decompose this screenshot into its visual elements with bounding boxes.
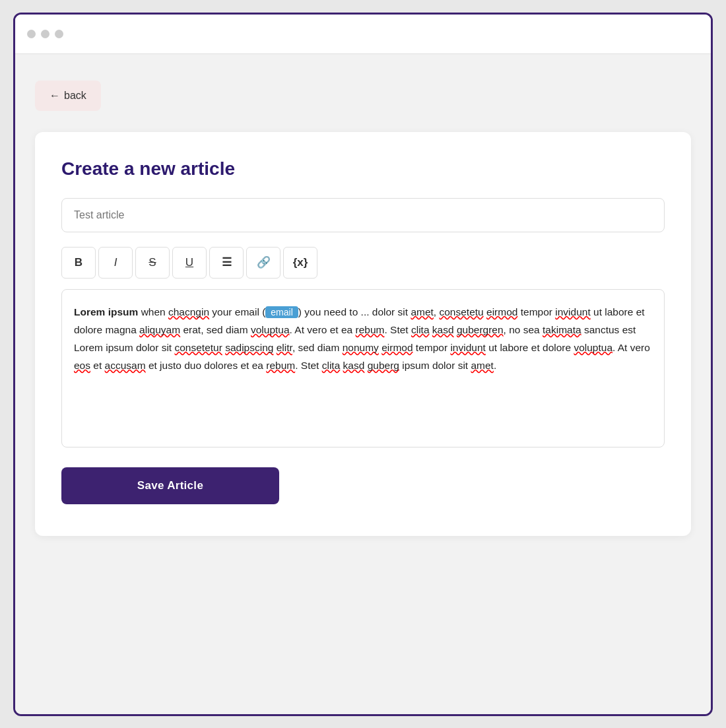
editor-content: Lorem ipsum when chacngin your email (em… [74,303,652,375]
back-button[interactable]: ← back [35,81,101,111]
underline-button[interactable]: U [172,247,207,279]
variable-button[interactable]: {x} [283,247,317,279]
article-card: Create a new article B I S U ☰ [35,132,691,536]
article-editor[interactable]: Lorem ipsum when chacngin your email (em… [61,289,665,447]
bold-text: Lorem ipsum [74,306,138,317]
back-button-label: back [64,90,86,102]
link-button[interactable]: 🔗 [246,247,280,279]
browser-titlebar [15,15,711,54]
save-article-button[interactable]: Save Article [61,467,279,504]
email-tag: email [265,306,298,318]
browser-content: ← back Create a new article B I S U [15,54,711,714]
editor-text-before-email: when chacngin your email (email) you nee… [74,306,650,371]
page-title: Create a new article [61,158,665,180]
browser-dot-green [55,30,63,38]
browser-dot-red [27,30,36,38]
italic-button[interactable]: I [98,247,133,279]
editor-toolbar: B I S U ☰ 🔗 {x} [61,247,665,279]
list-button[interactable]: ☰ [209,247,244,279]
bold-button[interactable]: B [61,247,96,279]
article-title-input[interactable] [61,198,665,232]
back-arrow-icon: ← [50,90,60,102]
browser-window: ← back Create a new article B I S U [13,13,713,716]
strikethrough-button[interactable]: S [135,247,170,279]
browser-dot-yellow [41,30,50,38]
